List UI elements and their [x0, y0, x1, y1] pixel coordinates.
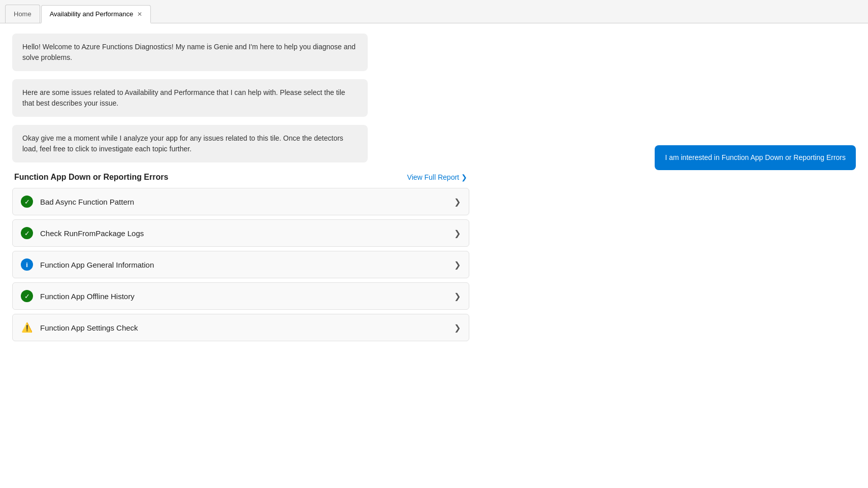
chat-bubble-2: Here are some issues related to Availabi…	[12, 79, 368, 117]
check-green-icon-1: ✓	[21, 196, 33, 208]
report-item-offline-history-left: ✓ Function App Offline History	[21, 290, 135, 302]
tab-close-icon[interactable]: ✕	[137, 11, 142, 18]
warning-orange-icon: ⚠️	[21, 321, 33, 334]
chevron-right-icon-4: ❯	[454, 291, 461, 301]
report-item-settings-check-left: ⚠️ Function App Settings Check	[21, 321, 138, 334]
view-full-report-link[interactable]: View Full Report ❯	[407, 173, 467, 181]
user-message-text: I am interested in Function App Down or …	[665, 153, 846, 161]
report-item-offline-history-label: Function App Offline History	[40, 292, 135, 301]
tab-availability-label: Availability and Performance	[50, 10, 134, 18]
info-blue-icon: i	[21, 258, 33, 271]
report-item-run-from-package-label: Check RunFromPackage Logs	[40, 229, 144, 238]
report-item-bad-async[interactable]: ✓ Bad Async Function Pattern ❯	[12, 188, 469, 215]
chat-bubble-1: Hello! Welcome to Azure Functions Diagno…	[12, 34, 368, 71]
main-content: Hello! Welcome to Azure Functions Diagno…	[0, 23, 868, 488]
right-panel: I am interested in Function App Down or …	[604, 23, 868, 488]
chat-bubble-2-text: Here are some issues related to Availabi…	[22, 88, 345, 107]
check-green-icon-3: ✓	[21, 290, 33, 302]
chat-bubble-1-text: Hello! Welcome to Azure Functions Diagno…	[22, 43, 356, 61]
tab-home-label: Home	[14, 10, 31, 18]
chevron-right-icon-5: ❯	[454, 323, 461, 333]
report-item-run-from-package[interactable]: ✓ Check RunFromPackage Logs ❯	[12, 219, 469, 247]
tab-home[interactable]: Home	[5, 5, 40, 23]
report-item-general-info[interactable]: i Function App General Information ❯	[12, 251, 469, 278]
chevron-right-icon-3: ❯	[454, 260, 461, 270]
tab-bar: Home Availability and Performance ✕	[0, 0, 868, 23]
report-item-general-info-label: Function App General Information	[40, 261, 154, 269]
view-full-report-label: View Full Report	[407, 173, 459, 181]
left-panel: Hello! Welcome to Azure Functions Diagno…	[0, 23, 604, 488]
chevron-right-icon-2: ❯	[454, 229, 461, 238]
report-item-settings-check-label: Function App Settings Check	[40, 323, 138, 332]
report-item-general-info-left: i Function App General Information	[21, 258, 154, 271]
chevron-right-icon-1: ❯	[454, 197, 461, 207]
view-full-report-chevron: ❯	[461, 173, 467, 181]
report-header: Function App Down or Reporting Errors Vi…	[12, 173, 469, 182]
report-item-settings-check[interactable]: ⚠️ Function App Settings Check ❯	[12, 314, 469, 341]
report-item-run-from-package-left: ✓ Check RunFromPackage Logs	[21, 227, 144, 239]
chat-bubble-3: Okay give me a moment while I analyze yo…	[12, 125, 368, 162]
report-item-offline-history[interactable]: ✓ Function App Offline History ❯	[12, 282, 469, 310]
chat-bubble-3-text: Okay give me a moment while I analyze yo…	[22, 134, 343, 153]
report-item-bad-async-label: Bad Async Function Pattern	[40, 198, 134, 206]
user-message-bubble: I am interested in Function App Down or …	[655, 145, 856, 170]
tab-availability[interactable]: Availability and Performance ✕	[41, 5, 151, 23]
report-section: Function App Down or Reporting Errors Vi…	[12, 173, 469, 341]
report-item-bad-async-left: ✓ Bad Async Function Pattern	[21, 196, 134, 208]
report-title: Function App Down or Reporting Errors	[14, 173, 168, 182]
check-green-icon-2: ✓	[21, 227, 33, 239]
